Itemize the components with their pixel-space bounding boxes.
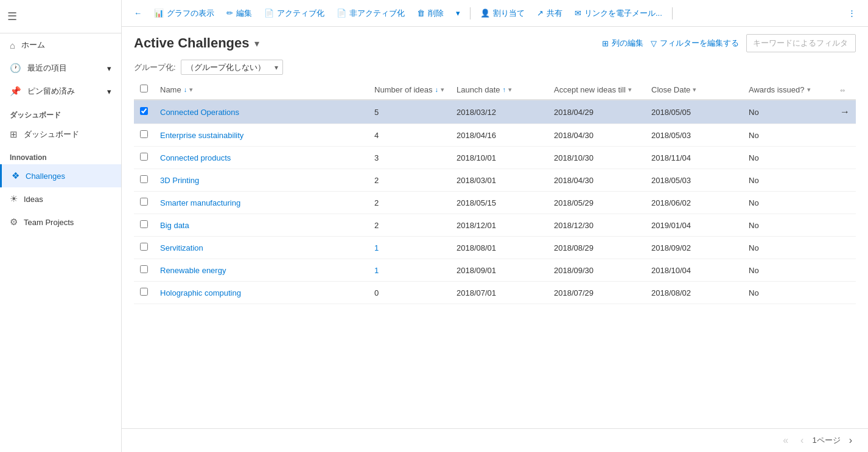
row-ideas-cell: 1 <box>368 237 450 259</box>
launch-filter-icon[interactable]: ▾ <box>508 86 512 94</box>
chevron-icon: ▾ <box>107 87 111 96</box>
row-accept-cell: 2018/04/29 <box>548 100 645 124</box>
link-email-button[interactable]: ✉ リンクを電子メール... <box>570 5 667 22</box>
sidebar-item-recent[interactable]: 🕐 最近の項目 ▾ <box>0 57 121 80</box>
table-row[interactable]: Servitization12018/08/012018/08/292018/0… <box>134 237 856 259</box>
table-row[interactable]: Smarter manufacturing22018/05/152018/05/… <box>134 192 856 214</box>
ideas-column-header[interactable]: Number of ideas ↓ ▾ <box>368 80 450 100</box>
name-filter-icon[interactable]: ▾ <box>189 86 193 94</box>
page-number-label: 1ページ <box>812 435 840 446</box>
row-checkbox[interactable] <box>140 243 148 251</box>
accept-filter-icon[interactable]: ▾ <box>628 86 632 94</box>
checkbox-column-header[interactable] <box>134 80 154 100</box>
row-close-cell: 2018/05/03 <box>645 124 743 147</box>
awards-filter-icon[interactable]: ▾ <box>807 86 811 94</box>
row-awards-cell: No <box>743 282 834 304</box>
hamburger-icon[interactable]: ☰ <box>7 10 17 23</box>
row-accept-cell: 2018/07/29 <box>548 282 645 304</box>
toolbar: ← 📊 グラフの表示 ✏ 編集 📄 アクティブ化 📄 非アクティブ化 🗑 削除 … <box>122 0 868 27</box>
sidebar-item-home[interactable]: ⌂ ホーム <box>0 33 121 57</box>
challenge-link[interactable]: Connected Operations <box>160 108 239 117</box>
deactivate-icon: 📄 <box>337 9 346 18</box>
deactivate-label: 非アクティブ化 <box>349 8 405 19</box>
keyword-filter-input[interactable]: キーワードによるフィルタ <box>746 34 856 52</box>
row-checkbox[interactable] <box>140 288 148 296</box>
row-checkbox[interactable] <box>140 107 148 115</box>
row-checkbox-cell <box>134 100 154 124</box>
table-row[interactable]: Enterprise sustainability42018/04/162018… <box>134 124 856 147</box>
row-checkbox[interactable] <box>140 130 148 138</box>
row-ideas-cell: 3 <box>368 147 450 169</box>
challenge-link[interactable]: Smarter manufacturing <box>160 198 240 207</box>
row-checkbox[interactable] <box>140 265 148 273</box>
row-arrow-cell <box>834 214 856 237</box>
table-row[interactable]: Renewable energy12018/09/012018/09/30201… <box>134 259 856 282</box>
close-column-header[interactable]: Close Date ▾ <box>645 80 743 100</box>
edit-columns-button[interactable]: ⊞ 列の編集 <box>602 38 643 49</box>
row-ideas-cell: 0 <box>368 282 450 304</box>
back-button[interactable]: ← <box>129 5 147 21</box>
launch-column-header[interactable]: Launch date ↑ ▾ <box>450 80 548 100</box>
row-ideas-cell: 4 <box>368 124 450 147</box>
row-close-cell: 2018/08/02 <box>645 282 743 304</box>
activate-button[interactable]: 📄 アクティブ化 <box>259 5 329 22</box>
accept-column-header[interactable]: Accept new ideas till ▾ <box>548 80 645 100</box>
sidebar-item-dashboard[interactable]: ⊞ ダッシュボード <box>0 123 121 146</box>
delete-button[interactable]: 🗑 削除 <box>412 5 449 22</box>
sidebar-item-team-projects[interactable]: ⚙ Team Projects <box>0 210 121 234</box>
assign-button[interactable]: 👤 割り当て <box>475 5 530 22</box>
table-row[interactable]: Connected Operations52018/03/122018/04/2… <box>134 100 856 124</box>
main-content: ← 📊 グラフの表示 ✏ 編集 📄 アクティブ化 📄 非アクティブ化 🗑 削除 … <box>122 0 868 452</box>
edit-filter-button[interactable]: ▽ フィルターを編集する <box>651 38 739 49</box>
challenge-link[interactable]: Big data <box>160 221 189 230</box>
dropdown-icon: ▾ <box>456 9 460 18</box>
row-checkbox[interactable] <box>140 220 148 228</box>
ideas-filter-icon[interactable]: ▾ <box>441 86 444 94</box>
dashboard-icon: ⊞ <box>10 129 18 140</box>
name-column-header[interactable]: Name ↓ ▾ <box>154 80 368 100</box>
challenge-link[interactable]: Enterprise sustainability <box>160 131 243 140</box>
row-arrow-cell <box>834 282 856 304</box>
title-chevron-icon[interactable]: ▾ <box>254 38 259 49</box>
delete-label: 削除 <box>428 8 444 19</box>
challenge-link[interactable]: 3D Printing <box>160 176 199 185</box>
share-button[interactable]: ↗ 共有 <box>532 5 567 22</box>
next-page-button[interactable]: › <box>845 434 856 447</box>
close-filter-icon[interactable]: ▾ <box>693 86 696 94</box>
row-close-cell: 2019/01/04 <box>645 214 743 237</box>
delete-icon: 🗑 <box>417 9 425 18</box>
sidebar-item-ideas[interactable]: ☀ Ideas <box>0 187 121 210</box>
row-checkbox[interactable] <box>140 153 148 161</box>
challenge-link[interactable]: Servitization <box>160 243 203 252</box>
challenge-link[interactable]: Renewable energy <box>160 266 226 275</box>
awards-column-header[interactable]: Awards issued? ▾ <box>743 80 834 100</box>
first-page-button[interactable]: « <box>779 434 792 447</box>
select-all-checkbox[interactable] <box>140 85 148 92</box>
sidebar-item-pinned[interactable]: 📌 ピン留め済み ▾ <box>0 80 121 103</box>
table-row[interactable]: Big data22018/12/012018/12/302019/01/04N… <box>134 214 856 237</box>
table-row[interactable]: Connected products32018/10/012018/10/302… <box>134 147 856 169</box>
sidebar-item-challenges[interactable]: ❖ Challenges <box>0 164 121 187</box>
row-awards-cell: No <box>743 169 834 192</box>
challenge-link[interactable]: Connected products <box>160 153 231 162</box>
grouping-select[interactable]: （グループ化しない） <box>181 60 283 75</box>
more-button[interactable]: ⋮ <box>843 5 861 21</box>
challenge-link[interactable]: Holographic computing <box>160 288 241 297</box>
row-checkbox[interactable] <box>140 175 148 183</box>
graph-button[interactable]: 📊 グラフの表示 <box>149 5 219 22</box>
deactivate-button[interactable]: 📄 非アクティブ化 <box>332 5 410 22</box>
row-arrow-cell[interactable]: → <box>834 100 856 124</box>
row-launch-cell: 2018/12/01 <box>450 214 548 237</box>
prev-page-button[interactable]: ‹ <box>797 434 807 447</box>
activate-icon: 📄 <box>264 9 274 18</box>
row-checkbox[interactable] <box>140 198 148 206</box>
row-launch-cell: 2018/05/15 <box>450 192 548 214</box>
toolbar-dropdown-button[interactable]: ▾ <box>451 5 465 21</box>
edit-button[interactable]: ✏ 編集 <box>222 5 257 22</box>
table-row[interactable]: Holographic computing02018/07/012018/07/… <box>134 282 856 304</box>
close-column-label: Close Date <box>651 85 690 94</box>
grouping-select-wrapper: （グループ化しない） <box>181 60 283 75</box>
resize-icon: ⇔ <box>840 87 845 94</box>
table-row[interactable]: 3D Printing22018/03/012018/04/302018/05/… <box>134 169 856 192</box>
activate-label: アクティブ化 <box>277 8 324 19</box>
